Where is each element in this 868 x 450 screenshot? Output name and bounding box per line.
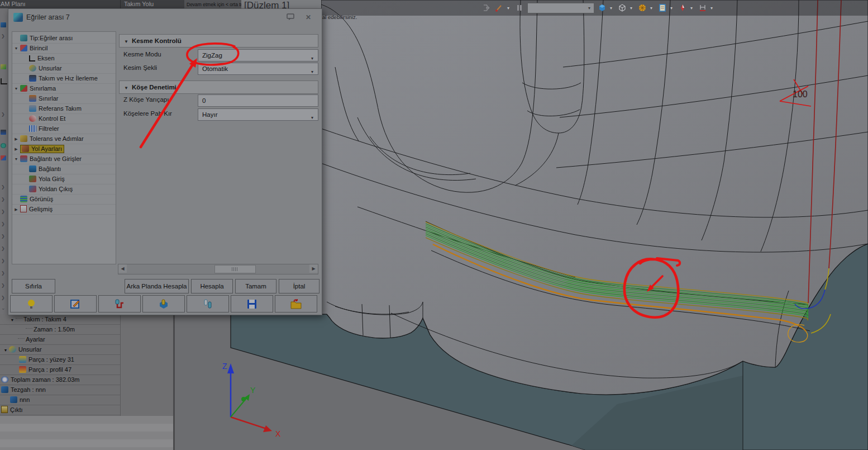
comment-icon[interactable] xyxy=(287,13,295,22)
chevron-down-icon[interactable]: ▾ xyxy=(630,6,635,11)
plan-item-tool[interactable]: ▼Takım : Takım 4 xyxy=(0,314,120,325)
plan-item-part-profile[interactable]: Parça : profil 47 xyxy=(0,364,120,375)
open-icon[interactable] xyxy=(275,295,317,312)
chevron-right-icon[interactable]: ❯ xyxy=(1,258,5,263)
exit-icon[interactable] xyxy=(481,3,492,13)
compass-icon[interactable] xyxy=(678,3,688,13)
chevron-right-icon[interactable]: ❯ xyxy=(1,234,5,239)
plan-item-part-surface[interactable]: Parça : yüzey 31 xyxy=(0,354,120,365)
note-display-icon[interactable] xyxy=(657,3,667,13)
tree-item-ref-tool[interactable]: Referans Takım xyxy=(12,103,116,114)
cancel-button[interactable]: İptal xyxy=(279,279,319,293)
tree-item-primary[interactable]: ▼Birincil xyxy=(12,43,116,54)
section-collapse-icon[interactable]: ▼ xyxy=(124,86,128,91)
dropdown-arrow-icon[interactable]: ▾ xyxy=(311,112,316,124)
tree-item-tolerance[interactable]: ▶Tolerans ve Adımlar xyxy=(12,134,116,144)
chevron-down-icon[interactable]: ▾ xyxy=(710,6,715,11)
chevron-down-icon[interactable]: ▾ xyxy=(588,6,593,11)
tree-item-link[interactable]: Bağlantı xyxy=(12,164,116,174)
lightbulb-icon[interactable] xyxy=(10,295,53,312)
edit-icon[interactable] xyxy=(54,295,97,312)
chevron-right-icon[interactable]: ❯ xyxy=(1,197,5,202)
chevron-down-icon[interactable]: ▼ xyxy=(12,84,20,94)
scrollbar-thumb[interactable] xyxy=(214,265,256,273)
filters-icon xyxy=(29,125,36,132)
panel-edge xyxy=(173,314,175,450)
calculate-button[interactable]: Hesapla xyxy=(191,279,233,293)
plan-item-features[interactable]: ▼Unsurlar xyxy=(0,344,120,355)
cut-mode-dropdown[interactable]: ZigZag▾ xyxy=(198,49,318,61)
scroll-right-icon[interactable]: ▶ xyxy=(309,264,318,273)
toolpath-column-header: Takım Yolu xyxy=(124,1,154,7)
chevron-right-icon[interactable]: ❯ xyxy=(1,246,5,251)
facet-display-icon[interactable] xyxy=(637,3,647,13)
pause-icon[interactable] xyxy=(514,3,524,13)
prompt-bar: Devam etmek için < orta tuş xyxy=(184,0,241,8)
horizontal-scrollbar[interactable]: ◀ ▶ xyxy=(118,264,318,274)
wireframe-view-icon[interactable] xyxy=(617,3,627,13)
chevron-right-icon[interactable]: ❯ xyxy=(1,271,5,276)
tree-item-check[interactable]: Kontrol Et xyxy=(12,113,116,124)
lead-in-icon xyxy=(29,176,36,182)
tree-item-axis[interactable]: Eksen xyxy=(12,53,116,64)
chevron-down-icon[interactable]: ▼ xyxy=(12,44,20,54)
chevron-down-icon[interactable]: ▾ xyxy=(690,6,695,11)
tree-item-advanced[interactable]: ▶Gelişmiş xyxy=(12,204,116,215)
brush-icon[interactable] xyxy=(494,3,504,13)
section-corner-control[interactable]: ▼Köşe Denetimi xyxy=(119,80,318,94)
chevron-down-icon[interactable]: ▾ xyxy=(650,6,655,11)
plan-item-output[interactable]: Çıktı xyxy=(0,405,120,415)
section-collapse-icon[interactable]: ▼ xyxy=(124,39,128,44)
tree-item-type[interactable]: Tip:Eğriler arası xyxy=(12,33,116,44)
dialog-titlebar[interactable]: Eğriler arası 7 ✕ xyxy=(8,9,322,27)
cam-plan-panel: ▼Takım : Takım 4 Zaman : 1.50m Ayarlar ▼… xyxy=(0,314,175,450)
dropdown-arrow-icon[interactable]: ▾ xyxy=(311,67,316,78)
plan-item-time[interactable]: Zaman : 1.50m xyxy=(0,324,120,335)
chevron-right-icon[interactable]: ❯ xyxy=(1,295,5,300)
save-icon[interactable] xyxy=(231,295,273,312)
cut-shape-dropdown[interactable]: Otomatik▾ xyxy=(198,63,318,75)
plan-item-machine[interactable]: Tezgah : nnn xyxy=(0,385,120,395)
chevron-down-icon[interactable]: ▾ xyxy=(670,6,675,11)
plan-item-settings[interactable]: Ayarlar xyxy=(0,334,120,345)
chevron-down-icon[interactable]: ⌄ xyxy=(1,305,6,311)
chevron-down-icon[interactable]: ▾ xyxy=(507,6,512,11)
chevron-right-icon[interactable]: ▶ xyxy=(12,205,20,215)
reset-button[interactable]: Sıfırla xyxy=(12,279,55,293)
view-preset-combobox[interactable]: ▾ xyxy=(527,3,594,13)
tree-item-lead-out[interactable]: Yoldan Çıkış xyxy=(12,184,116,195)
calc-background-button[interactable]: Arka Planda Hesapla xyxy=(125,279,189,293)
chevron-right-icon[interactable]: ▶ xyxy=(12,134,20,144)
corner-chamfer-dropdown[interactable]: Hayır▾ xyxy=(198,108,318,121)
chevron-right-icon[interactable]: ❯ xyxy=(1,184,5,190)
shaded-view-icon[interactable] xyxy=(597,3,607,13)
tree-item-limits[interactable]: Sınırlar xyxy=(12,93,116,104)
tree-item-links-entries[interactable]: ▼Bağlantı ve Girişler xyxy=(12,154,116,164)
tool-3d-icon[interactable] xyxy=(142,295,185,312)
chevron-down-icon[interactable]: ▼ xyxy=(12,154,20,164)
tree-item-display[interactable]: Görünüş xyxy=(12,194,116,205)
tree-item-tool-feed[interactable]: Takım ve Hız İlerleme xyxy=(12,73,116,84)
tree-item-features[interactable]: Unsurlar xyxy=(12,63,116,74)
toolpath-icon[interactable] xyxy=(98,295,141,312)
chevron-right-icon[interactable]: ❯ xyxy=(1,209,5,214)
chevron-right-icon[interactable]: ❯ xyxy=(1,221,5,226)
plan-item-total-time[interactable]: Toplam zaman : 382.03m xyxy=(0,375,120,385)
plan-item-machine-sub[interactable]: nnn xyxy=(0,395,120,405)
chevron-down-icon[interactable]: ▾ xyxy=(610,6,614,11)
tree-item-path-settings[interactable]: ▶Yol Ayarları xyxy=(12,144,116,154)
ok-button[interactable]: Tamam xyxy=(235,279,276,293)
close-icon[interactable]: ✕ xyxy=(306,13,311,21)
chevron-right-icon[interactable]: ❯ xyxy=(1,112,5,117)
z-corner-radius-input[interactable]: 0 xyxy=(198,94,318,107)
tree-item-boundary[interactable]: ▼Sınırlama xyxy=(12,83,116,94)
chevron-right-icon[interactable]: ❯ xyxy=(1,283,5,288)
scroll-left-icon[interactable]: ◀ xyxy=(118,264,127,273)
chevron-right-icon[interactable]: ❯ xyxy=(1,34,5,39)
section-cut-control[interactable]: ▼Kesme Kontrolü xyxy=(119,34,318,48)
tree-item-filters[interactable]: Filtreler xyxy=(12,124,116,134)
tool-pair-icon[interactable] xyxy=(187,295,229,312)
chevron-right-icon[interactable]: ▶ xyxy=(12,144,20,154)
tree-item-lead-in[interactable]: Yola Giriş xyxy=(12,174,116,184)
dimension-tool-icon[interactable] xyxy=(698,3,708,13)
